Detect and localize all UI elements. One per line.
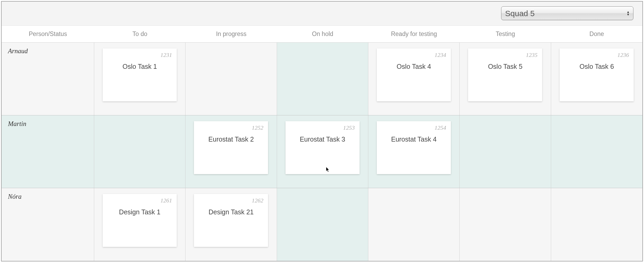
task-id: 1236	[617, 52, 629, 58]
board-cell[interactable]	[277, 188, 368, 261]
board-cell[interactable]: 1234Oslo Task 4	[368, 43, 460, 115]
swimlane-row: Martin1252Eurostat Task 21253Eurostat Ta…	[2, 115, 642, 188]
task-title: Eurostat Task 4	[382, 135, 446, 143]
squad-select[interactable]: Squad 5	[501, 6, 633, 20]
task-card[interactable]: 1253Eurostat Task 3	[285, 121, 360, 174]
task-card[interactable]: 1235Oslo Task 5	[468, 48, 542, 101]
board-cell[interactable]: 1262Design Task 21	[185, 188, 277, 261]
task-id: 1235	[526, 52, 537, 58]
task-card[interactable]: 1234Oslo Task 4	[377, 48, 451, 101]
task-card[interactable]: 1261Design Task 1	[103, 194, 177, 247]
board-cell[interactable]: 1236Oslo Task 6	[551, 43, 642, 115]
person-name: Nóra	[8, 193, 21, 200]
task-card[interactable]: 1236Oslo Task 6	[560, 48, 634, 101]
column-header-ready: Ready for testing	[368, 26, 460, 42]
task-id: 1262	[252, 197, 263, 204]
task-title: Design Task 21	[199, 208, 263, 216]
person-name: Arnaud	[8, 47, 28, 55]
swimlane-row: Nóra1261Design Task 11262Design Task 21	[2, 188, 642, 261]
task-title: Design Task 1	[107, 208, 172, 216]
task-title: Eurostat Task 2	[199, 135, 263, 143]
task-card[interactable]: 1231Oslo Task 1	[103, 48, 177, 101]
column-header-person: Person/Status	[2, 26, 94, 42]
task-id: 1253	[343, 124, 355, 131]
person-cell: Arnaud	[2, 43, 94, 115]
task-id: 1254	[434, 124, 446, 131]
column-header-todo: To do	[94, 26, 185, 42]
column-header-done: Done	[551, 26, 642, 42]
person-cell: Nóra	[2, 188, 94, 261]
task-title: Oslo Task 4	[382, 63, 446, 70]
board-cell[interactable]	[551, 188, 642, 261]
task-id: 1261	[160, 197, 172, 204]
task-id: 1234	[434, 52, 446, 58]
column-header-testing: Testing	[460, 26, 551, 42]
board-cell[interactable]: 1254Eurostat Task 4	[368, 115, 460, 188]
task-card[interactable]: 1262Design Task 21	[194, 194, 268, 247]
squad-select-wrap: Squad 5 ▲▼	[501, 6, 633, 20]
board-cell[interactable]	[277, 43, 368, 115]
board-cell[interactable]: 1252Eurostat Task 2	[185, 115, 277, 188]
board-cell[interactable]: 1235Oslo Task 5	[460, 43, 551, 115]
task-title: Oslo Task 6	[564, 63, 629, 70]
board-cell[interactable]	[460, 115, 551, 188]
swimlane-row: Arnaud1231Oslo Task 11234Oslo Task 41235…	[2, 43, 642, 115]
task-id: 1231	[160, 52, 172, 58]
person-name: Martin	[8, 120, 26, 128]
task-id: 1252	[252, 124, 263, 131]
task-title: Eurostat Task 3	[290, 135, 355, 143]
task-card[interactable]: 1252Eurostat Task 2	[194, 121, 268, 174]
board-cell[interactable]: 1261Design Task 1	[94, 188, 185, 261]
task-title: Oslo Task 1	[107, 63, 172, 70]
board-cell[interactable]: 1253Eurostat Task 3	[277, 115, 368, 188]
toolbar: Squad 5 ▲▼	[2, 2, 642, 25]
person-cell: Martin	[2, 115, 94, 188]
task-card[interactable]: 1254Eurostat Task 4	[377, 121, 451, 174]
board-cell[interactable]	[551, 115, 642, 188]
column-header-inprogress: In progress	[185, 26, 277, 42]
board-cell[interactable]	[94, 115, 185, 188]
column-header-onhold: On hold	[277, 26, 368, 42]
column-header-row: Person/Status To do In progress On hold …	[2, 25, 642, 43]
task-title: Oslo Task 5	[473, 63, 537, 70]
board-cell[interactable]	[185, 43, 277, 115]
board-cell[interactable]	[460, 188, 551, 261]
kanban-board: Squad 5 ▲▼ Person/Status To do In progre…	[1, 1, 643, 261]
board-cell[interactable]: 1231Oslo Task 1	[94, 43, 185, 115]
board-cell[interactable]	[368, 188, 460, 261]
